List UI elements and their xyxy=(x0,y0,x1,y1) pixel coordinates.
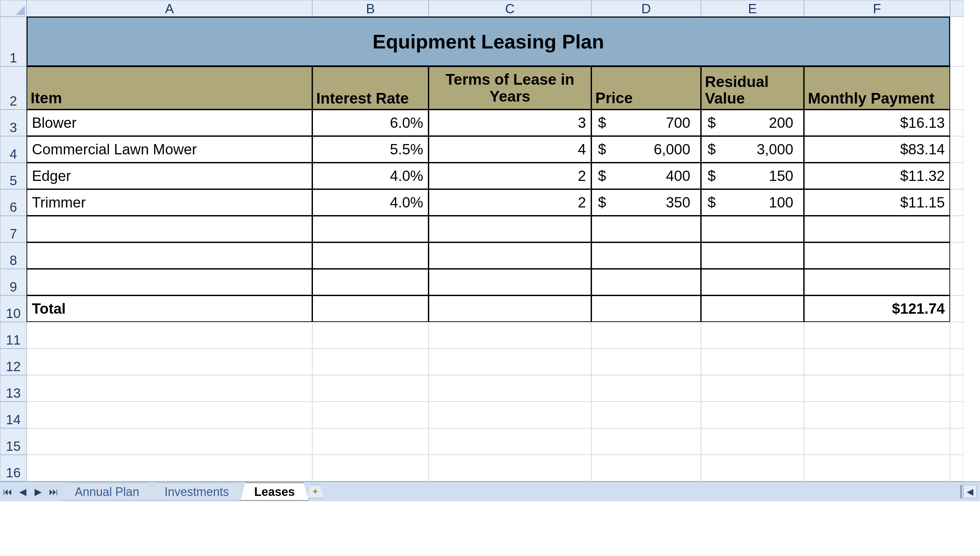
cell-item[interactable]: Commercial Lawn Mower xyxy=(27,136,312,163)
cell-price[interactable]: $350 xyxy=(591,189,701,216)
cell-blank[interactable] xyxy=(950,110,964,136)
cell-empty[interactable] xyxy=(27,216,312,242)
cell-item[interactable]: Edger xyxy=(27,163,312,189)
cell-blank[interactable] xyxy=(950,269,964,296)
cell-empty[interactable] xyxy=(429,216,591,242)
cell-rate[interactable]: 4.0% xyxy=(312,189,429,216)
header-price[interactable]: Price xyxy=(591,66,701,110)
header-terms[interactable]: Terms of Lease in Years xyxy=(429,66,591,110)
cell-empty[interactable] xyxy=(804,269,950,296)
cell-empty[interactable] xyxy=(591,296,701,322)
cell-empty[interactable] xyxy=(27,242,312,269)
cell-empty[interactable] xyxy=(701,216,804,242)
cell-payment[interactable]: $11.32 xyxy=(804,163,950,189)
cell-empty[interactable] xyxy=(27,269,312,296)
cell-blank[interactable] xyxy=(950,16,964,66)
cell-empty[interactable] xyxy=(429,269,591,296)
cell-empty[interactable] xyxy=(429,242,591,269)
row-header-16[interactable]: 16 xyxy=(0,455,27,481)
cell-price[interactable]: $6,000 xyxy=(591,136,701,163)
cell-blank[interactable] xyxy=(950,163,964,189)
row-header-14[interactable]: 14 xyxy=(0,402,27,428)
cell-terms[interactable]: 3 xyxy=(429,110,591,136)
cell-total-label[interactable]: Total xyxy=(27,296,312,322)
cell-empty[interactable] xyxy=(429,296,591,322)
cell-blank[interactable] xyxy=(950,66,964,110)
horizontal-scrollbar[interactable]: ◀ xyxy=(960,485,980,498)
row-header-6[interactable]: 6 xyxy=(0,189,27,216)
cell-empty[interactable] xyxy=(27,322,312,349)
next-sheet-icon[interactable]: ▶ xyxy=(31,483,46,500)
sheet-title[interactable]: Equipment Leasing Plan xyxy=(27,16,950,66)
prev-sheet-icon[interactable]: ◀ xyxy=(15,483,31,500)
cell-empty[interactable] xyxy=(591,242,701,269)
row-header-1[interactable]: 1 xyxy=(0,16,27,66)
row-header-8[interactable]: 8 xyxy=(0,242,27,269)
cell-item[interactable]: Blower xyxy=(27,110,312,136)
select-all-corner[interactable] xyxy=(0,0,27,16)
cell-empty[interactable] xyxy=(312,269,429,296)
cell-terms[interactable]: 2 xyxy=(429,163,591,189)
row-header-5[interactable]: 5 xyxy=(0,163,27,189)
row-header-15[interactable]: 15 xyxy=(0,428,27,455)
row-header-7[interactable]: 7 xyxy=(0,216,27,242)
cell-empty[interactable] xyxy=(701,242,804,269)
header-payment[interactable]: Monthly Payment xyxy=(804,66,950,110)
cell-empty[interactable] xyxy=(804,216,950,242)
cell-payment[interactable]: $83.14 xyxy=(804,136,950,163)
row-header-10[interactable]: 10 xyxy=(0,296,27,322)
cell-item[interactable]: Trimmer xyxy=(27,189,312,216)
row-header-3[interactable]: 3 xyxy=(0,110,27,136)
row-header-9[interactable]: 9 xyxy=(0,269,27,296)
col-header-B[interactable]: B xyxy=(312,0,429,16)
cell-empty[interactable] xyxy=(591,216,701,242)
row-header-13[interactable]: 13 xyxy=(0,375,27,402)
cell-rate[interactable]: 4.0% xyxy=(312,163,429,189)
cell-terms[interactable]: 4 xyxy=(429,136,591,163)
col-header-A[interactable]: A xyxy=(27,0,312,16)
cell-residual[interactable]: $100 xyxy=(701,189,804,216)
cell-blank[interactable] xyxy=(950,296,964,322)
cell-empty[interactable] xyxy=(312,296,429,322)
cell-blank[interactable] xyxy=(950,189,964,216)
scroll-left-icon[interactable]: ◀ xyxy=(964,485,977,498)
cell-total-payment[interactable]: $121.74 xyxy=(804,296,950,322)
cell-blank[interactable] xyxy=(950,242,964,269)
first-sheet-icon[interactable]: ⏮ xyxy=(0,483,15,500)
row-header-2[interactable]: 2 xyxy=(0,66,27,110)
cell-price[interactable]: $400 xyxy=(591,163,701,189)
cell-empty[interactable] xyxy=(701,269,804,296)
last-sheet-icon[interactable]: ⏭ xyxy=(46,483,61,500)
col-header-F[interactable]: F xyxy=(804,0,950,16)
cell-empty[interactable] xyxy=(312,242,429,269)
cell-price[interactable]: $700 xyxy=(591,110,701,136)
tab-annual-plan[interactable]: Annual Plan xyxy=(61,483,153,501)
cell-residual[interactable]: $200 xyxy=(701,110,804,136)
cell-empty[interactable] xyxy=(591,269,701,296)
cell-empty[interactable] xyxy=(312,216,429,242)
cell-blank[interactable] xyxy=(950,136,964,163)
tab-investments[interactable]: Investments xyxy=(151,483,243,501)
cell-empty[interactable] xyxy=(804,242,950,269)
cell-rate[interactable]: 5.5% xyxy=(312,136,429,163)
row-header-4[interactable]: 4 xyxy=(0,136,27,163)
cell-payment[interactable]: $16.13 xyxy=(804,110,950,136)
col-header-E[interactable]: E xyxy=(701,0,804,16)
header-rate[interactable]: Interest Rate xyxy=(312,66,429,110)
cell-empty[interactable] xyxy=(701,296,804,322)
new-sheet-icon[interactable]: ✦ xyxy=(307,485,324,498)
tab-leases[interactable]: Leases xyxy=(241,483,308,501)
cell-residual[interactable]: $3,000 xyxy=(701,136,804,163)
cell-terms[interactable]: 2 xyxy=(429,189,591,216)
header-residual[interactable]: Residual Value xyxy=(701,66,804,110)
col-header-D[interactable]: D xyxy=(591,0,701,16)
row-header-11[interactable]: 11 xyxy=(0,322,27,349)
cell-blank[interactable] xyxy=(950,216,964,242)
spreadsheet-grid[interactable]: A B C D E F 1 Equipment Leasing Plan 2 I… xyxy=(0,0,980,481)
cell-payment[interactable]: $11.15 xyxy=(804,189,950,216)
row-header-12[interactable]: 12 xyxy=(0,349,27,375)
cell-residual[interactable]: $150 xyxy=(701,163,804,189)
col-header-C[interactable]: C xyxy=(429,0,591,16)
cell-rate[interactable]: 6.0% xyxy=(312,110,429,136)
header-item[interactable]: Item xyxy=(27,66,312,110)
